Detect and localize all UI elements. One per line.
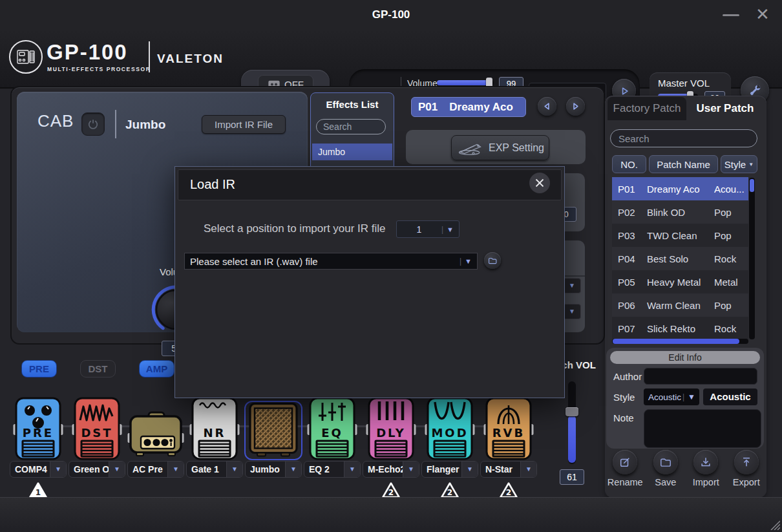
pedal-model-select[interactable]: Gate 1▼ [186,461,243,478]
warning-icon: 1 [28,482,48,499]
chevron-down-icon[interactable]: ▼ [226,462,242,477]
chevron-down-icon[interactable]: ▼ [50,462,66,477]
pedal-mod[interactable]: MOD [421,396,478,460]
current-patch-display[interactable]: P01 Dreamy Aco [411,97,526,117]
author-input[interactable] [644,368,757,385]
ir-file-placeholder: Please select an IR (.wav) file [185,256,460,267]
column-header-no[interactable]: NO. [612,155,646,173]
patch-row[interactable]: P06Warm CleanPop [612,293,748,317]
patch-row[interactable]: P01Dreamy AcoAcou... [612,177,748,200]
patch-rows: P01Dreamy AcoAcou...P02Blink ODPopP03TWD… [612,177,748,340]
patch-no: P01 [612,184,647,195]
import-button[interactable] [693,450,718,474]
tab-factory-patch[interactable]: Factory Patch [608,97,686,120]
chevron-down-icon[interactable]: ▼ [285,462,301,477]
ir-position-select[interactable]: 1 | ▼ [396,220,460,238]
pedal-pre[interactable]: PRE [10,396,67,460]
chevron-down-icon[interactable]: ▼ [520,462,536,477]
chevron-down-icon[interactable]: ▼ [563,278,581,293]
patch-row[interactable]: P04Best SoloRock [612,247,748,270]
modal-close-button[interactable] [529,173,550,193]
chevron-down-icon[interactable]: ▼ [344,462,360,477]
pedal-model-select[interactable]: N-Star▼ [480,461,537,478]
style-select[interactable]: Acoustic | ▼ [644,388,699,405]
effects-search-input[interactable] [316,119,386,134]
chevron-down-icon[interactable]: ▼ [403,462,419,477]
vertical-scrollbar[interactable] [749,178,755,339]
pedal-eq[interactable]: EQ [304,396,361,460]
pedal-model-value: AC Pre [128,462,167,477]
patch-no: P03 [612,230,647,241]
horizontal-scrollbar[interactable] [612,339,748,344]
group-button-amp[interactable]: AMP [139,360,174,378]
pedal-graphic-nr: NR [189,397,240,460]
pedal-dst[interactable]: DST [69,396,125,460]
minimize-icon[interactable] [723,14,739,16]
pedal-cab[interactable] [245,396,302,460]
column-header-name[interactable]: Patch Name [649,155,718,173]
pedal-graphic-cab [248,403,299,458]
patch-volume-thumb[interactable] [565,407,578,416]
chevron-down-icon[interactable]: ▼ [563,304,581,319]
note-label: Note [613,412,634,423]
patch-row[interactable]: P05Heavy MetalMetal [612,270,748,293]
svg-text:2: 2 [388,488,394,497]
browse-file-button[interactable] [484,252,501,269]
pedal-model-select[interactable]: COMP4▼ [10,461,67,478]
column-header-style[interactable]: Style▼ [721,155,757,173]
chevron-down-icon[interactable]: ▼ [167,462,184,477]
pedal-slot-eq-2: EQ EQ 2▼ [304,396,361,505]
ir-position-label: Select a position to import your IR file [204,222,386,235]
patch-style: Acou... [714,184,748,195]
chevron-down-icon[interactable]: ▼ [461,462,478,477]
note-textarea[interactable] [644,409,761,448]
patch-row[interactable]: P07Slick RektoRock [612,317,748,340]
chevron-down-icon[interactable]: ▼ [109,462,125,477]
group-button-pre[interactable]: PRE [21,360,57,378]
previous-patch-button[interactable] [538,97,556,116]
rename-button[interactable] [613,450,637,474]
patch-no: P04 [612,253,647,264]
pedal-model-select[interactable]: M-Echo2▼ [363,461,419,478]
exp-panel: EXP Setting [406,130,586,164]
action-export: Export [728,450,765,487]
pedal-slot-green-od: DST Green OD▼ [69,396,125,505]
pedal-model-select[interactable]: EQ 2▼ [304,461,361,478]
export-button[interactable] [734,450,759,474]
pedal-amp[interactable] [127,396,184,460]
svg-text:NR: NR [204,426,226,440]
pedal-nr[interactable]: NR [186,396,243,460]
effects-list-item[interactable]: Jumbo [312,144,392,160]
chevron-left-icon [543,102,551,111]
exp-setting-button[interactable]: EXP Setting [451,135,549,160]
pedal-slot-m-echo2: DLY M-Echo2▼ 2 [363,396,419,505]
patch-row[interactable]: P02Blink ODPop [612,200,748,224]
drum-volume-slider[interactable] [437,80,494,85]
cab-power-button[interactable] [81,112,105,136]
patch-name: Dreamy Aco [449,101,513,114]
group-button-dst[interactable]: DST [80,360,116,378]
pedal-model-select[interactable]: Jumbo▼ [245,461,302,478]
pedal-dly[interactable]: DLY [363,396,419,460]
resize-grip-icon[interactable] [767,517,780,530]
pedal-rvb[interactable]: RVB [480,396,537,460]
import-ir-file-button[interactable]: Import IR File [202,115,286,134]
patch-style: Rock [714,323,748,334]
chevron-down-icon: ▼ [465,257,472,265]
next-patch-button[interactable] [566,97,585,116]
tab-user-patch[interactable]: User Patch [686,97,764,120]
svg-text:2: 2 [447,488,452,497]
patch-search-input[interactable] [610,129,757,147]
pedal-model-select[interactable]: Flanger▼ [421,461,478,478]
pedal-model-select[interactable]: Green OD▼ [69,461,125,478]
close-icon[interactable]: ✕ [752,4,773,25]
ir-file-select[interactable]: Please select an IR (.wav) file | ▼ [184,253,478,270]
warning-icon: 2 [499,482,518,499]
patch-row[interactable]: P03TWD CleanPop [612,224,748,247]
patch-list-panel: Factory Patch User Patch NO. Patch Name … [605,96,766,498]
exp-setting-label: EXP Setting [489,142,544,154]
save-button[interactable] [653,450,678,474]
pedal-model-select[interactable]: AC Pre▼ [127,461,184,478]
gp100-app: GP-100 ✕ GP-100 MULTI-EFFECTS PROCESSOR … [0,0,782,532]
pedal-graphic-dst: DST [72,397,122,460]
